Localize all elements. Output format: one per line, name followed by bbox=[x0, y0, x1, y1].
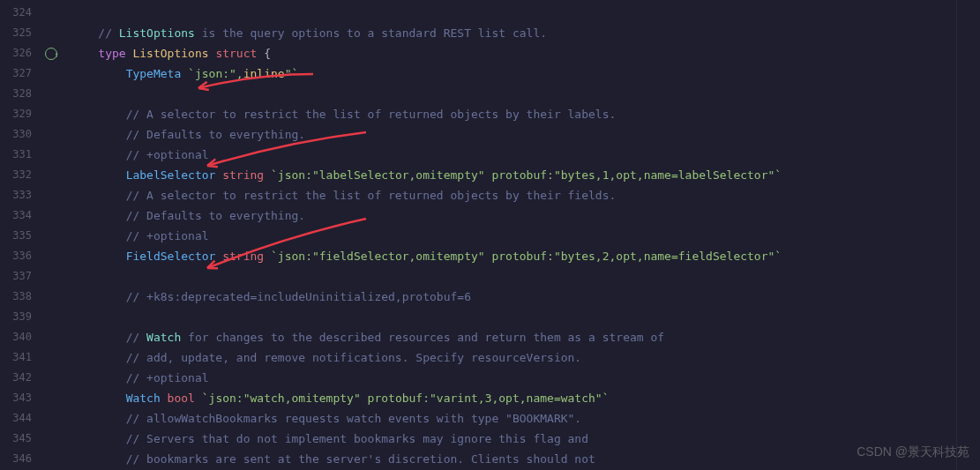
gutter-icon-slot bbox=[41, 327, 62, 347]
line-number: 329 bbox=[0, 104, 41, 124]
code-token: // +k8s:deprecated=includeUninitialized,… bbox=[126, 290, 471, 303]
code-line[interactable]: // A selector to restrict the list of re… bbox=[71, 185, 980, 205]
code-line[interactable]: FieldSelector string `json:"fieldSelecto… bbox=[71, 246, 980, 266]
code-token bbox=[195, 392, 202, 405]
gutter-icon-slot bbox=[41, 63, 62, 84]
code-token: // A selector to restrict the list of re… bbox=[126, 189, 617, 202]
code-token bbox=[71, 148, 126, 161]
code-token bbox=[71, 351, 126, 364]
code-line[interactable]: // Watch for changes to the described re… bbox=[71, 327, 980, 347]
code-token bbox=[71, 67, 126, 80]
code-token bbox=[71, 128, 126, 141]
code-token: ListOptions bbox=[132, 47, 208, 60]
code-token: inline bbox=[243, 67, 285, 80]
line-number: 345 bbox=[0, 429, 41, 449]
code-line[interactable]: // allowWatchBookmarks requests watch ev… bbox=[71, 408, 980, 429]
gutter-icon-slot bbox=[41, 205, 62, 226]
code-token bbox=[71, 26, 98, 40]
code-editor[interactable]: 3243253263273283293303313323333343353363… bbox=[0, 0, 980, 470]
line-number: 330 bbox=[0, 124, 41, 145]
code-token: `json:"fieldSelector,omitempty" protobuf… bbox=[271, 250, 782, 263]
code-line[interactable]: // Defaults to everything. bbox=[71, 205, 980, 226]
line-number: 335 bbox=[0, 226, 41, 246]
code-line[interactable] bbox=[71, 266, 980, 287]
code-token bbox=[264, 168, 271, 182]
code-line[interactable]: // A selector to restrict the list of re… bbox=[71, 104, 980, 124]
code-token bbox=[71, 47, 98, 60]
code-line[interactable]: // +optional bbox=[71, 368, 980, 388]
line-number: 346 bbox=[0, 449, 41, 469]
line-number: 340 bbox=[0, 327, 41, 347]
code-token bbox=[71, 412, 126, 425]
line-number: 328 bbox=[0, 84, 41, 104]
implements-icon[interactable] bbox=[45, 48, 57, 60]
line-number: 332 bbox=[0, 165, 41, 185]
gutter-icon-slot bbox=[41, 408, 62, 429]
code-token: Watch bbox=[146, 331, 181, 344]
line-number: 343 bbox=[0, 388, 41, 408]
code-line[interactable] bbox=[71, 84, 980, 104]
code-line[interactable]: Watch bool `json:"watch,omitempty" proto… bbox=[71, 388, 980, 408]
line-number: 344 bbox=[0, 408, 41, 429]
line-number: 339 bbox=[0, 307, 41, 327]
code-token bbox=[71, 392, 126, 405]
watermark-text: CSDN @景天科技苑 bbox=[857, 442, 969, 463]
code-token bbox=[71, 189, 126, 202]
code-line[interactable]: // Defaults to everything. bbox=[71, 124, 980, 145]
code-token bbox=[71, 452, 126, 466]
code-token: string bbox=[222, 250, 264, 263]
gutter-icon-slot bbox=[41, 43, 62, 63]
gutter-icon-slot bbox=[41, 246, 62, 266]
code-token bbox=[71, 371, 126, 384]
code-token: type bbox=[98, 47, 125, 60]
code-line[interactable]: // bookmarks are sent at the server's di… bbox=[71, 449, 980, 469]
code-line[interactable]: // Servers that do not implement bookmar… bbox=[71, 429, 980, 449]
line-number: 326 bbox=[0, 43, 41, 63]
line-number: 334 bbox=[0, 205, 41, 226]
code-line[interactable]: LabelSelector string `json:"labelSelecto… bbox=[71, 165, 980, 185]
code-token bbox=[71, 290, 126, 303]
line-number: 336 bbox=[0, 246, 41, 266]
code-line[interactable] bbox=[71, 3, 980, 23]
code-token: // Defaults to everything. bbox=[126, 128, 306, 141]
code-line[interactable]: type ListOptions struct { bbox=[71, 43, 980, 63]
code-token: // +optional bbox=[126, 148, 209, 161]
code-token: TypeMeta bbox=[126, 67, 182, 80]
code-line[interactable]: TypeMeta `json:",inline"` bbox=[71, 63, 980, 84]
code-token: `json:", bbox=[188, 67, 243, 80]
code-token: is the query options to a standard REST … bbox=[195, 26, 547, 40]
code-token: "` bbox=[285, 67, 299, 80]
code-token: ListOptions bbox=[119, 26, 195, 40]
code-token: `json:"watch,omitempty" protobuf:"varint… bbox=[202, 392, 610, 405]
code-token: { bbox=[257, 47, 271, 60]
code-token: for changes to the described resources a… bbox=[181, 331, 664, 344]
code-area[interactable]: // ListOptions is the query options to a… bbox=[62, 0, 980, 470]
code-token: FieldSelector bbox=[126, 250, 216, 263]
gutter-icon-slot bbox=[41, 226, 62, 246]
code-line[interactable]: // add, update, and remove notifications… bbox=[71, 347, 980, 368]
gutter-icon-slot bbox=[41, 388, 62, 408]
line-number-gutter: 3243253263273283293303313323333343353363… bbox=[0, 0, 41, 470]
gutter-icon-slot bbox=[41, 104, 62, 124]
code-token: // allowWatchBookmarks requests watch ev… bbox=[126, 412, 582, 425]
line-number: 325 bbox=[0, 23, 41, 43]
code-token: `json:"labelSelector,omitempty" protobuf… bbox=[271, 168, 782, 182]
code-token: struct bbox=[215, 47, 257, 60]
gutter-icon-slot bbox=[41, 124, 62, 145]
code-token bbox=[181, 67, 188, 80]
code-token bbox=[71, 108, 126, 121]
code-line[interactable]: // ListOptions is the query options to a… bbox=[71, 23, 980, 43]
gutter-icon-slot bbox=[41, 145, 62, 165]
code-token bbox=[161, 392, 168, 405]
code-line[interactable]: // +optional bbox=[71, 145, 980, 165]
code-line[interactable]: // +optional bbox=[71, 226, 980, 246]
line-number: 337 bbox=[0, 266, 41, 287]
gutter-icon-slot bbox=[41, 449, 62, 469]
gutter-icon-slot bbox=[41, 347, 62, 368]
code-line[interactable] bbox=[71, 307, 980, 327]
code-line[interactable]: // +k8s:deprecated=includeUninitialized,… bbox=[71, 287, 980, 307]
code-token: // +optional bbox=[126, 371, 209, 384]
line-number: 331 bbox=[0, 145, 41, 165]
line-number: 324 bbox=[0, 3, 41, 23]
code-token bbox=[71, 331, 126, 344]
